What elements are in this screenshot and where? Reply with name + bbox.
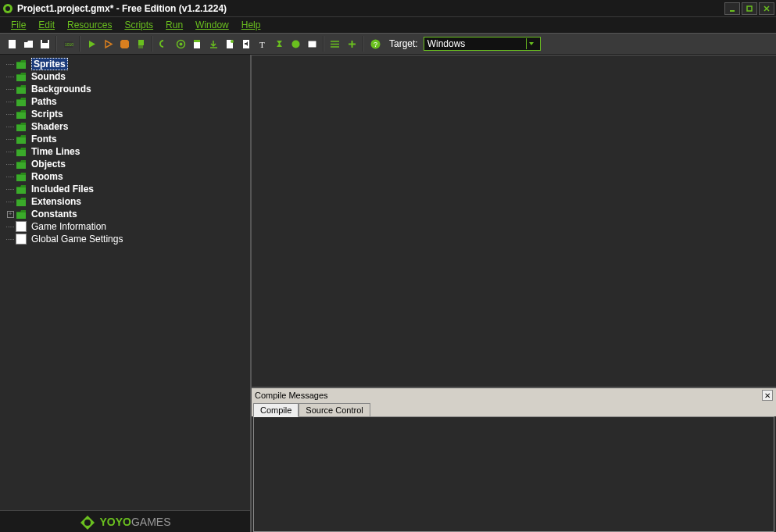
stop-icon[interactable] [117,37,131,51]
new-timeline-icon[interactable] [272,37,286,51]
menu-edit[interactable]: Edit [34,18,59,32]
tree-item-global-game-settings[interactable]: ·····Global Game Settings [0,233,250,245]
tree-item-label: Constants [31,209,77,220]
compile-output [253,416,774,532]
tree-bullet-icon: ····· [5,111,16,118]
minimize-button[interactable] [724,2,740,15]
menubar: File Edit Resources Scripts Run Window H… [0,17,776,33]
tree-item-backgrounds[interactable]: ·····Backgrounds [0,83,250,95]
target-label: Target: [389,38,418,49]
tree-item-label: Global Game Settings [31,234,123,245]
tab-source-control[interactable]: Source Control [299,403,370,416]
new-room-icon[interactable] [305,37,319,51]
svg-point-1 [5,6,10,11]
open-project-icon[interactable] [21,37,35,51]
help-icon[interactable]: ? [368,37,382,51]
compile-panel-header: Compile Messages ✕ [252,388,776,402]
svg-point-33 [331,43,332,45]
tree-item-sounds[interactable]: ·····Sounds [0,70,250,83]
yoyogames-logo: YOYOGAMES [79,514,170,530]
resource-tree: ·····Sprites·····Sounds·····Backgrounds·… [0,55,250,510]
tree-bullet-icon: ····· [5,223,16,230]
clean-icon[interactable] [134,37,148,51]
tree-item-label: Shaders [31,121,68,132]
folder-icon [16,172,27,181]
tree-item-label: Fonts [31,134,57,145]
tree-bullet-icon: ····· [5,173,16,180]
svg-rect-14 [138,40,144,45]
tree-bullet-icon: ····· [5,86,16,93]
tree-item-label: Included Files [31,184,94,195]
compile-panel-tabs: Compile Source Control [252,402,776,416]
tree-item-time-lines[interactable]: ·····Time Lines [0,145,250,158]
folder-icon [16,209,27,219]
file-icon [16,221,27,232]
tab-compile[interactable]: Compile [253,403,299,417]
tree-item-fonts[interactable]: ·····Fonts [0,133,250,145]
add-icon[interactable] [345,37,359,51]
svg-marker-39 [529,42,534,45]
tree-item-paths[interactable]: ·····Paths [0,95,250,108]
export-icon[interactable] [206,37,220,51]
main-area: Compile Messages ✕ Compile Source Contro… [252,55,776,532]
menu-run[interactable]: Run [161,18,188,32]
menu-scripts[interactable]: Scripts [120,18,158,32]
folder-icon [16,184,27,194]
tree-item-label: Scripts [31,109,63,120]
svg-point-19 [179,42,182,45]
expand-icon[interactable]: + [5,211,16,218]
tree-bullet-icon: ····· [5,61,16,68]
web-server-icon[interactable] [157,37,171,51]
tree-item-extensions[interactable]: ·····Extensions [0,195,250,208]
menu-window[interactable]: Window [191,18,234,32]
svg-rect-6 [9,40,16,48]
new-sound-icon[interactable] [239,37,253,51]
tree-item-label: Extensions [31,196,81,207]
tree-bullet-icon: ····· [5,123,16,130]
create-exe-icon[interactable]: 1010 [61,37,75,51]
page-icon[interactable] [190,37,204,51]
new-object-icon[interactable] [288,37,302,51]
folder-icon [16,134,27,144]
tree-item-scripts[interactable]: ·····Scripts [0,108,250,120]
new-sprite-icon[interactable] [223,37,237,51]
tree-item-included-files[interactable]: ·····Included Files [0,183,250,195]
maximize-button[interactable] [742,2,757,15]
folder-icon [16,59,27,69]
new-font-icon[interactable]: T [256,37,270,51]
menu-help[interactable]: Help [237,18,266,32]
compile-panel-close-icon[interactable]: ✕ [762,390,773,401]
tree-item-sprites[interactable]: ·····Sprites [0,58,250,70]
tree-item-rooms[interactable]: ·····Rooms [0,170,250,183]
tree-item-objects[interactable]: ·····Objects [0,158,250,170]
tree-bullet-icon: ····· [5,136,16,143]
menu-file[interactable]: File [6,18,30,32]
svg-point-41 [84,520,91,526]
svg-rect-28 [308,41,316,48]
tree-bullet-icon: ····· [5,73,16,80]
svg-text:?: ? [374,41,377,48]
svg-point-34 [331,46,332,48]
ggs-icon[interactable] [173,37,188,51]
tree-item-game-information[interactable]: ·····Game Information [0,220,250,233]
dropdown-icon [526,38,537,49]
target-select[interactable]: Windows [424,37,541,51]
menu-resources[interactable]: Resources [63,18,116,32]
toolbar: 1010 T ? Target: Windows [0,33,776,55]
debug-icon[interactable] [101,37,115,51]
tree-item-constants[interactable]: +Constants [0,208,250,220]
workspace: ·····Sprites·····Sounds·····Backgrounds·… [0,55,776,532]
separator [323,36,324,52]
new-project-icon[interactable] [5,37,19,51]
svg-marker-11 [89,41,95,48]
sidebar: ·····Sprites·····Sounds·····Backgrounds·… [0,55,252,532]
save-icon[interactable] [38,37,52,51]
tree-item-shaders[interactable]: ·····Shaders [0,120,250,133]
list-icon[interactable] [328,37,342,51]
close-button[interactable] [759,2,774,15]
folder-icon [16,109,27,119]
svg-marker-13 [120,40,129,48]
tree-item-label: Objects [31,159,66,170]
window-title: Project1.project.gmx* - Free Edition (v1… [17,3,724,14]
run-icon[interactable] [84,37,98,51]
